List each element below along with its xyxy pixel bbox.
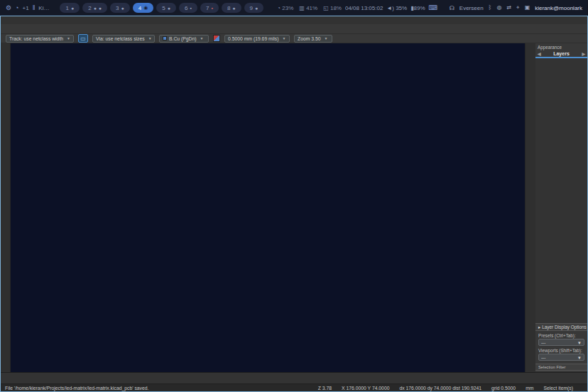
workspace-app-icon: ●: [99, 6, 102, 11]
status-message-row: File '/home/kierank/Projects/led-matrix/…: [1, 383, 587, 391]
via-size-dropdown[interactable]: Via: use netclass sizes▼: [92, 35, 155, 43]
layers-list: [535, 58, 587, 323]
workspace-5[interactable]: 5●: [156, 3, 176, 13]
mic-icon[interactable]: ⌖: [516, 4, 520, 11]
keyboard-icon[interactable]: ⌨: [429, 4, 438, 11]
panel-title: Appearance: [535, 43, 587, 50]
track-width-dropdown[interactable]: Track: use netclass width▼: [6, 35, 74, 43]
volume-indicator[interactable]: ◄) 35%: [386, 5, 407, 11]
cursor-position: X 176.0000 Y 74.0000: [342, 386, 389, 391]
system-stats: ◔ 23%▥ 41%◱ 18%: [277, 5, 342, 11]
workspace-app-icon: ▪: [190, 6, 191, 11]
units-readout: mm: [526, 386, 533, 391]
left-toolbar: [1, 43, 11, 372]
right-toolbar: [525, 43, 535, 372]
workspace-switcher: 1●2●●3●4◉5●6▪7▪8●9●: [60, 3, 263, 13]
tray-text: Ki…: [38, 5, 49, 11]
workspace-9[interactable]: 9●: [244, 3, 264, 13]
appearance-panel: Appearance ◀ Layers ▶ ▸Layer Display Opt…: [535, 43, 587, 372]
workspace-app-icon: ●: [121, 6, 124, 11]
chevron-down-icon: ▼: [577, 355, 582, 360]
system-stat: ◱ 18%: [323, 5, 342, 11]
tab-scroll-right-icon[interactable]: ▶: [582, 51, 585, 56]
system-stat: ▥ 41%: [299, 5, 317, 11]
workspace-2[interactable]: 2●●: [82, 3, 107, 13]
presets-dropdown[interactable]: ---▼: [538, 339, 584, 346]
grid-dropdown[interactable]: 0.5000 mm (19.69 mils)▼: [224, 35, 290, 43]
presets-label: Presets (Ctrl+Tab):: [535, 331, 587, 339]
workspace-6[interactable]: 6▪: [179, 3, 197, 13]
menu-bar: [1, 16, 587, 24]
tool-hint: Select item(s): [543, 386, 573, 391]
workspace-4[interactable]: 4◉: [133, 3, 154, 13]
tray-icon[interactable]: ◔: [15, 4, 18, 11]
wifi-icon[interactable]: ☊: [450, 5, 454, 11]
zoom-readout: Z 3.78: [318, 386, 332, 391]
chevron-down-icon: ▼: [577, 340, 582, 345]
grid-readout: grid 0.5000: [491, 386, 516, 391]
workspace-8[interactable]: 8●: [222, 3, 241, 13]
workspace-7[interactable]: 7▪: [200, 3, 219, 13]
workspace-app-icon: ●: [255, 6, 258, 11]
bluetooth-icon[interactable]: ᛒ: [489, 4, 492, 11]
screenshot-icon[interactable]: ▣: [525, 4, 530, 11]
system-stat: ◔ 23%: [277, 5, 293, 11]
workspace-1[interactable]: 1●: [60, 3, 80, 13]
panel-tabs: ◀ Layers ▶: [535, 50, 587, 58]
workspace-app-icon: ●: [232, 6, 235, 11]
network-icon[interactable]: ◍: [496, 4, 501, 11]
layer-display-options[interactable]: ▸Layer Display Options: [535, 323, 587, 331]
system-bar: ⚙ ◔+1‖Ki… 1●2●●3●4◉5●6▪7▪8●9● ◔ 23%▥ 41%…: [0, 0, 588, 16]
tray-text: +1: [23, 5, 29, 11]
viewports-label: Viewports (Shift+Tab):: [535, 346, 587, 354]
main-toolbar: [1, 24, 587, 34]
clock: 04/08 13:05:02: [345, 5, 383, 11]
pcb-drawing[interactable]: [11, 43, 525, 372]
chevron-down-icon: ▼: [148, 36, 152, 40]
tray-icon[interactable]: ‖: [33, 4, 36, 11]
volume-icon: ◄): [386, 5, 394, 11]
workspace-app-icon: ●: [94, 6, 97, 11]
logged-in-user: kierank@moonlark: [535, 5, 582, 11]
status-bar: File '/home/kierank/Projects/led-matrix/…: [1, 372, 587, 391]
tab-layers[interactable]: Layers: [541, 51, 582, 56]
chevron-down-icon: ▼: [282, 36, 285, 40]
screen: ⚙ ◔+1‖Ki… 1●2●●3●4◉5●6▪7▪8●9● ◔ 23%▥ 41%…: [0, 0, 588, 392]
workspace-3[interactable]: 3●: [110, 3, 130, 13]
selection-filter-title: Selection Filter: [535, 364, 587, 371]
layer-pair-indicator[interactable]: [213, 35, 220, 42]
system-tray: ☊ Everseen ᛒ◍⇄⌖▣ kierank@moonlark: [450, 4, 582, 11]
pcb-canvas[interactable]: [11, 43, 525, 372]
workspace-app-icon: ▪: [211, 6, 212, 11]
gear-icon[interactable]: ⚙: [6, 4, 11, 11]
wifi-name[interactable]: Everseen: [459, 5, 484, 11]
layer-color-swatch: [163, 36, 167, 40]
viewports-dropdown[interactable]: ---▼: [538, 354, 584, 361]
board-counts: [1, 372, 587, 383]
kicad-window: Track: use netclass width▼ ▭ Via: use ne…: [0, 16, 588, 392]
workspace-app-icon: ●: [71, 6, 74, 11]
workspace-app-icon: ●: [168, 6, 170, 11]
left-tray: ◔+1‖Ki…: [15, 4, 49, 11]
relative-position: dx 176.0000 dy 74.0000 dist 190.9241: [399, 386, 481, 391]
auto-track-width-button[interactable]: ▭: [78, 34, 88, 43]
chevron-down-icon: ▼: [67, 36, 70, 40]
chevron-right-icon: ▸: [538, 325, 540, 330]
options-toolbar: Track: use netclass width▼ ▭ Via: use ne…: [1, 34, 587, 43]
workspace-app-icon: ◉: [143, 5, 148, 11]
kdeconnect-icon[interactable]: ⇄: [506, 4, 511, 11]
active-layer-dropdown[interactable]: B.Cu (PgDn)▼: [159, 35, 209, 43]
chevron-down-icon: ▼: [200, 36, 204, 40]
battery-indicator[interactable]: ▮89%: [410, 5, 425, 11]
file-saved-message: File '/home/kierank/Projects/led-matrix/…: [5, 386, 308, 391]
zoom-dropdown[interactable]: Zoom 3.50▼: [294, 35, 332, 43]
chevron-down-icon: ▼: [325, 36, 328, 40]
